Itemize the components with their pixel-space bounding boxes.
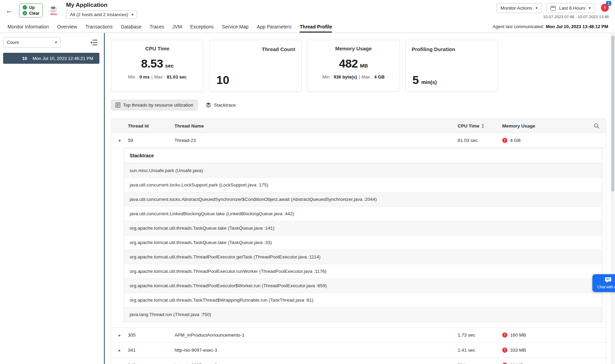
top-threads-toggle-button[interactable]: Top threads by resource utilization [111,100,198,110]
thread-memory: ! 160 MB [502,332,588,338]
main-content: CPU Time 8.53 sec Min :0 ms | Max :81.03… [105,33,615,364]
cpu-time-title: CPU Time [117,46,198,51]
tab-database[interactable]: Database [121,21,142,33]
cpu-time-unit: sec [165,63,174,69]
stack-frame: sun.misc.Unsafe.park (Unsafe.java) [124,163,602,178]
tab-exceptions[interactable]: Exceptions [190,21,214,33]
tab-jvm[interactable]: JVM [172,21,182,33]
chat-widget[interactable]: Chat with us! [592,274,615,292]
java-icon: ☕ [49,5,58,12]
thread-memory: ! 333 MB [502,348,588,353]
topbar: ← ↑ Up ✓ Clear ☕ Java My Application All… [0,0,615,21]
chevron-down-icon: ▾ [535,6,538,10]
memory-usage-title: Memory Usage [313,46,394,51]
page-scrollbar-thumb[interactable] [611,36,614,192]
cpu-time-card: CPU Time 8.53 sec Min :0 ms | Max :81.03… [111,40,204,92]
col-thread-name: Thread Name [174,123,458,129]
monitor-status-box: ↑ Up ✓ Clear [19,3,43,17]
search-icon[interactable] [594,123,600,129]
tab-overview[interactable]: Overview [57,21,77,33]
chat-label: Chat with us! [594,284,615,289]
thread-count-title: Thread Count [262,46,296,52]
tab-bar: Monitor Information Overview Transaction… [0,21,615,33]
thread-row-341[interactable]: ▸ 341 http-nio-9097-exec-3 1.41 sec ! 33… [111,342,606,357]
sidebar: Count ▾ 10 Mon Jul 10, 2023 12:46:21 PM [0,33,105,364]
profile-snapshot-item[interactable]: 10 Mon Jul 10, 2023 12:46:21 PM [3,53,99,64]
stacktrace-wrap: Stacktrace sun.misc.Unsafe.park (Unsafe.… [111,148,606,327]
thread-cpu-time: 1.41 sec [458,348,502,353]
snapshot-timestamp: Mon Jul 10, 2023 12:46:21 PM [33,56,93,61]
thread-name: http-nio-9097-exec-2 [174,363,458,364]
thread-count-card: Thread Count 10 [209,40,302,92]
tab-thread-profile[interactable]: Thread Profile [300,21,332,33]
thread-id: 305 [128,332,174,338]
stack-frame: org.apache.tomcat.util.threads.TaskQueue… [124,235,602,250]
stack-frame: org.apache.tomcat.util.threads.ThreadPoo… [124,278,602,293]
chat-bubble-icon [594,277,615,283]
content: Count ▾ 10 Mon Jul 10, 2023 12:46:21 PM … [0,33,615,364]
profiling-duration-unit: min(s) [421,79,437,85]
hosts-instances-dropdown[interactable]: All (2 hosts and 2 instances) ▾ [66,10,137,19]
stack-frame: java.lang.Thread.run (Thread.java :750) [124,307,602,321]
agent-last-communicated: Agent last communicated: Mon Jul 10, 202… [493,21,608,33]
thread-cpu-time: 81.03 sec [458,138,502,143]
col-cpu-time[interactable]: CPU Time [458,123,502,129]
list-icon [116,102,120,108]
chevron-down-icon: ▾ [589,6,591,10]
thread-name: http-nio-9097-exec-3 [174,348,458,353]
thread-row-59[interactable]: ▾ 59 Thread-23 81.03 sec ! 4 GB [111,133,606,148]
sort-icon[interactable] [481,124,484,128]
top-threads-toggle-label: Top threads by resource utilization [123,102,193,108]
stack-frame: org.apache.tomcat.util.threads.TaskThrea… [124,293,602,307]
thread-name: APM_InProductAnnouncements-1 [174,332,458,338]
thread-row-305[interactable]: ▸ 305 APM_InProductAnnouncements-1 1.73 … [111,327,606,342]
monitor-actions-label: Monitor Actions [501,5,532,11]
status-up: ↑ Up [23,5,39,10]
expand-row-icon[interactable]: ▸ [111,333,128,338]
tab-monitor-information[interactable]: Monitor Information [8,21,49,33]
stacktrace-toggle-button[interactable]: Stacktrace [201,99,240,110]
col-memory-usage: Memory Usage [502,123,588,129]
sort-by-count-dropdown[interactable]: Count ▾ [3,37,61,48]
tab-traces[interactable]: Traces [150,21,164,33]
collapse-row-icon[interactable]: ▾ [111,138,128,143]
chevron-down-icon: ▾ [55,40,57,45]
alerts-control: ! 1 [601,4,609,12]
stack-frame: org.apache.tomcat.util.threads.ThreadPoo… [124,250,602,264]
thread-id: 340 [128,363,174,364]
tab-service-map[interactable]: Service Map [222,21,249,33]
expand-row-icon[interactable]: ▸ [111,348,128,353]
time-range-dropdown[interactable]: Last 6 Hours ▾ [546,3,595,13]
thread-id: 59 [128,138,174,143]
status-clear-label: Clear [29,11,39,16]
monitor-actions-dropdown[interactable]: Monitor Actions ▾ [496,3,542,13]
view-toggle: Top threads by resource utilization Stac… [111,99,606,110]
thread-table-header: Thread Id Thread Name CPU Time Memory Us… [111,119,606,133]
cpu-time-value: 8.53 [141,57,163,70]
col-thread-id: Thread Id [128,123,174,129]
calendar-icon [551,6,556,11]
title-block: My Application All (2 hosts and 2 instan… [66,2,137,19]
stacktrace-toggle-label: Stacktrace [214,102,236,108]
time-range-dates: 10-07-2023 07:48 - 10-07-2023 13:48 [543,15,609,19]
back-button[interactable]: ← [3,4,15,16]
thread-cpu-time: 531 ms [458,363,502,364]
thread-row-340[interactable]: ▸ 340 http-nio-9097-exec-2 531 ms ! 69 M… [111,357,606,364]
collapse-sidebar-icon[interactable] [89,39,98,46]
alert-count-badge: 1 [606,1,611,6]
agent-last-value: Mon Jul 10, 2023 13:48:12 PM [546,24,608,29]
page-scrollbar-track[interactable] [611,33,615,364]
topbar-right: Monitor Actions ▾ Last 6 Hours ▾ ! 1 10-… [496,2,609,19]
tab-app-parameters[interactable]: App Parameters [257,21,291,33]
stack-frame: java.util.concurrent.locks.LockSupport.p… [124,178,602,192]
page-title: My Application [66,2,137,9]
thread-memory: ! 4 GB [502,138,588,143]
profiling-duration-card: Profiling Duration 5 min(s) [405,40,498,92]
tab-transactions[interactable]: Transactions [85,21,113,33]
memory-usage-value: 482 [339,57,358,70]
status-clear-icon: ✓ [23,11,27,15]
snapshot-count: 10 [17,56,27,61]
status-clear: ✓ Clear [23,11,39,16]
stacktrace-title: Stacktrace [124,148,602,163]
expand-row-icon[interactable]: ▸ [111,363,128,364]
